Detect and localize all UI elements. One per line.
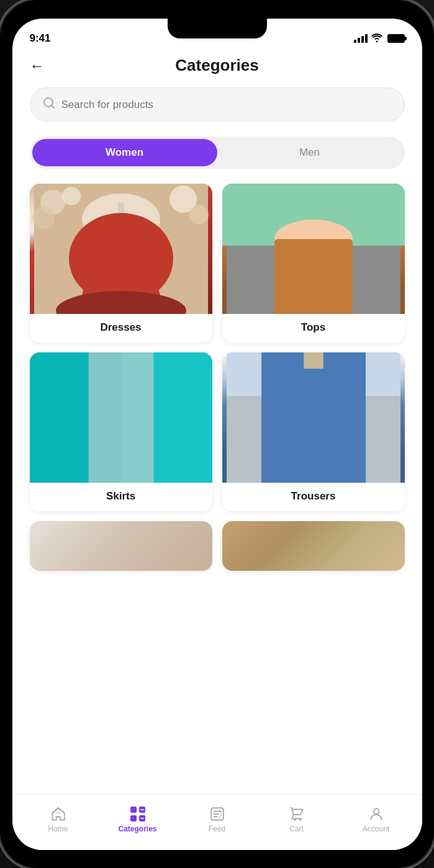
svg-rect-11 — [227, 184, 400, 246]
search-bar[interactable] — [30, 87, 405, 122]
back-button[interactable]: ← — [30, 57, 45, 74]
category-image-tops — [222, 184, 405, 314]
category-label-dresses: Dresses — [30, 314, 212, 342]
nav-label-feed: Feed — [209, 825, 225, 833]
svg-rect-16 — [340, 266, 348, 271]
svg-point-9 — [99, 238, 143, 253]
svg-point-7 — [189, 205, 209, 225]
category-card-tops[interactable]: Tops — [222, 184, 405, 342]
nav-item-account[interactable]: Account — [355, 806, 398, 833]
svg-rect-20 — [93, 352, 149, 414]
svg-rect-26 — [99, 461, 117, 483]
svg-rect-30 — [283, 352, 345, 383]
home-indicator — [174, 857, 261, 861]
svg-point-15 — [300, 202, 327, 221]
category-label-tops: Tops — [222, 314, 405, 342]
tab-women[interactable]: Women — [32, 139, 217, 166]
signal-icon — [354, 34, 368, 43]
svg-point-5 — [32, 207, 55, 229]
svg-rect-10 — [118, 202, 124, 215]
svg-point-4 — [62, 187, 81, 205]
tab-men[interactable]: Men — [217, 139, 402, 166]
svg-rect-22 — [146, 359, 165, 408]
bottom-nav: Home Categories — [12, 794, 422, 850]
search-input[interactable] — [61, 99, 392, 111]
svg-rect-36 — [332, 374, 335, 385]
battery-icon — [387, 34, 405, 43]
svg-rect-31 — [283, 377, 345, 483]
svg-rect-35 — [292, 374, 296, 385]
partial-card-2[interactable] — [222, 521, 405, 571]
status-icons — [354, 34, 405, 44]
wifi-icon — [371, 34, 382, 44]
svg-point-6 — [170, 186, 197, 213]
svg-line-1 — [52, 105, 54, 108]
category-image-dresses — [30, 184, 212, 314]
partial-image-2 — [222, 521, 405, 571]
nav-label-categories: Categories — [118, 825, 156, 833]
search-container — [12, 81, 422, 132]
svg-rect-34 — [283, 376, 345, 387]
svg-rect-42 — [130, 815, 137, 821]
categories-scroll[interactable]: Dresses — [12, 179, 422, 794]
tabs: Women Men — [30, 136, 405, 169]
nav-item-cart[interactable]: Cart — [275, 806, 319, 833]
svg-rect-28 — [227, 352, 400, 396]
nav-item-feed[interactable]: Feed — [196, 806, 239, 833]
nav-label-home: Home — [48, 825, 68, 833]
svg-rect-17 — [34, 352, 121, 483]
svg-point-47 — [373, 808, 379, 814]
svg-rect-27 — [125, 461, 143, 483]
categories-grid: Dresses — [30, 184, 405, 511]
svg-rect-21 — [78, 359, 96, 408]
svg-rect-40 — [130, 807, 137, 813]
svg-rect-2 — [34, 184, 208, 314]
category-label-skirts: Skirts — [30, 483, 212, 511]
svg-rect-39 — [281, 442, 291, 446]
account-icon — [368, 806, 384, 822]
categories-icon — [130, 806, 146, 822]
svg-rect-12 — [227, 246, 400, 314]
feed-icon — [209, 806, 225, 822]
svg-line-23 — [102, 414, 109, 483]
category-image-skirts — [30, 352, 212, 483]
notch — [168, 19, 267, 38]
category-image-trousers — [222, 352, 405, 483]
nav-label-cart: Cart — [289, 825, 304, 833]
header: ← Categories — [12, 50, 422, 81]
svg-line-25 — [133, 414, 140, 483]
partial-image-1 — [30, 521, 212, 571]
category-card-skirts[interactable]: Skirts — [30, 352, 212, 511]
svg-rect-29 — [227, 396, 400, 483]
category-card-trousers[interactable]: Trousers — [222, 352, 405, 511]
svg-point-13 — [270, 227, 357, 252]
svg-rect-38 — [286, 352, 341, 359]
home-icon — [50, 806, 66, 822]
category-label-trousers: Trousers — [222, 483, 405, 511]
tabs-container: Women Men — [12, 132, 422, 179]
svg-point-37 — [311, 379, 316, 384]
svg-point-3 — [40, 190, 65, 215]
svg-rect-18 — [121, 352, 208, 483]
page-title: Categories — [175, 56, 258, 75]
status-time: 9:41 — [30, 32, 51, 45]
svg-point-8 — [102, 218, 140, 243]
nav-item-home[interactable]: Home — [37, 806, 80, 833]
phone-frame: 9:41 — [0, 0, 434, 868]
phone-screen: 9:41 — [12, 19, 422, 850]
partial-categories-row — [30, 521, 405, 571]
svg-point-14 — [300, 202, 327, 233]
nav-label-account: Account — [363, 825, 389, 833]
svg-rect-32 — [283, 377, 314, 483]
partial-card-1[interactable] — [30, 521, 212, 571]
svg-rect-19 — [71, 352, 121, 483]
category-card-dresses[interactable]: Dresses — [30, 184, 212, 342]
nav-item-categories[interactable]: Categories — [116, 806, 160, 833]
search-icon — [43, 97, 55, 112]
cart-icon — [289, 806, 305, 822]
